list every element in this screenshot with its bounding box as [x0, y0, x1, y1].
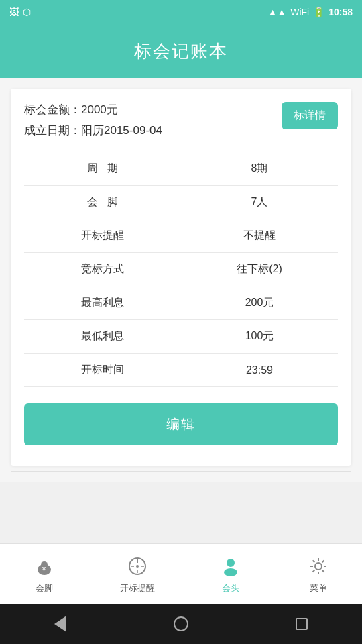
- caidan-label: 菜单: [310, 582, 327, 594]
- caidan-icon: [306, 554, 330, 578]
- kaibiao-label: 开标提醒: [120, 582, 155, 594]
- table-row: 开标时间 23:59: [24, 354, 338, 387]
- date-info: 成立日期：阳历2015-09-04: [24, 123, 162, 138]
- row-label: 竞标方式: [24, 253, 181, 286]
- row-label: 开标提醒: [24, 219, 181, 253]
- signal-icon: ▲▲: [267, 7, 286, 17]
- bluetooth-icon: ⬡: [23, 7, 31, 17]
- svg-point-10: [224, 568, 237, 576]
- svg-point-11: [315, 563, 322, 570]
- status-time: 10:58: [328, 7, 353, 17]
- status-bar-icons: 🖼 ⬡: [9, 7, 263, 17]
- svg-point-4: [136, 565, 139, 568]
- back-button[interactable]: [47, 610, 74, 637]
- svg-line-18: [322, 560, 324, 562]
- row-label: 开标时间: [24, 354, 181, 387]
- detail-button[interactable]: 标详情: [282, 102, 338, 129]
- svg-line-16: [312, 560, 314, 562]
- amount-label: 标会金额：: [24, 103, 81, 116]
- table-row: 开标提醒 不提醒: [24, 219, 338, 253]
- home-button[interactable]: [168, 610, 194, 637]
- battery-icon: 🔋: [313, 7, 324, 17]
- details-table: 周 期 8期 会 脚 7人 开标提醒 不提醒 竞标方式 往下标(2): [24, 152, 338, 387]
- huitou-icon: [219, 554, 243, 578]
- date-label: 成立日期：: [24, 124, 81, 137]
- row-value: 200元: [181, 286, 338, 320]
- row-label: 最低利息: [24, 320, 181, 354]
- row-label: 周 期: [24, 152, 181, 186]
- nav-item-caidan[interactable]: 菜单: [306, 554, 330, 594]
- nav-item-kaibiao[interactable]: 开标提醒: [120, 554, 155, 594]
- huitou-label: 会头: [222, 582, 239, 594]
- status-bar: 🖼 ⬡ ▲▲ WiFi 🔋 10:58: [0, 0, 362, 24]
- row-value: 7人: [181, 186, 338, 219]
- section-divider: [11, 471, 351, 472]
- row-value: 100元: [181, 320, 338, 354]
- recent-button[interactable]: [288, 610, 315, 637]
- table-row: 最低利息 100元: [24, 320, 338, 354]
- huijiao-label: 会脚: [36, 582, 53, 594]
- huijiao-icon: ¥: [32, 554, 56, 578]
- app-title: 标会记账本: [134, 40, 228, 63]
- nav-item-huijiao[interactable]: ¥ 会脚: [32, 554, 56, 594]
- nav-item-huitou[interactable]: 会头: [219, 554, 243, 594]
- row-value: 往下标(2): [181, 253, 338, 286]
- info-block: 标会金额：2000元 成立日期：阳历2015-09-04: [24, 102, 162, 138]
- table-row: 周 期 8期: [24, 152, 338, 186]
- bottom-nav: ¥ 会脚 开标提醒 会头: [0, 543, 362, 604]
- row-label: 会 脚: [24, 186, 181, 219]
- svg-line-17: [322, 570, 324, 572]
- date-value: 阳历2015-09-04: [81, 124, 162, 137]
- svg-text:¥: ¥: [42, 566, 46, 572]
- table-row: 最高利息 200元: [24, 286, 338, 320]
- svg-point-9: [227, 559, 235, 567]
- row-value: 不提醒: [181, 219, 338, 253]
- row-label: 最高利息: [24, 286, 181, 320]
- table-row: 会 脚 7人: [24, 186, 338, 219]
- app-header: 标会记账本: [0, 24, 362, 78]
- edit-button[interactable]: 编辑: [24, 403, 338, 445]
- card-top: 标会金额：2000元 成立日期：阳历2015-09-04 标详情: [24, 102, 338, 138]
- main-card: 标会金额：2000元 成立日期：阳历2015-09-04 标详情 周 期 8期 …: [11, 89, 351, 466]
- content-area: 标会金额：2000元 成立日期：阳历2015-09-04 标详情 周 期 8期 …: [0, 78, 362, 482]
- amount-value: 2000元: [81, 103, 118, 116]
- row-value: 8期: [181, 152, 338, 186]
- android-nav: [0, 604, 362, 644]
- row-value: 23:59: [181, 354, 338, 387]
- svg-line-19: [312, 570, 314, 572]
- table-row: 竞标方式 往下标(2): [24, 253, 338, 286]
- amount-info: 标会金额：2000元: [24, 102, 162, 117]
- image-icon: 🖼: [9, 7, 19, 17]
- kaibiao-icon: [125, 554, 149, 578]
- wifi-icon: WiFi: [290, 7, 309, 17]
